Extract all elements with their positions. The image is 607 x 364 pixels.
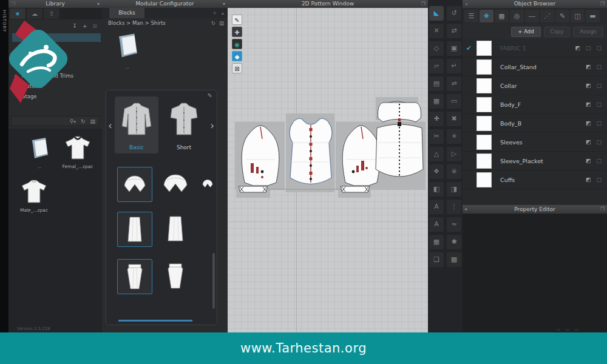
download-icon[interactable]: ↧ [72, 23, 77, 29]
object-browser-tab-1[interactable]: ❖ [480, 10, 493, 22]
refresh-icon[interactable]: ↻ [81, 118, 86, 124]
edit-icon[interactable]: ✎ [208, 92, 212, 99]
object-row-sleeves[interactable]: Sleeves ◩ □ [463, 133, 607, 152]
pattern-window-header[interactable]: 2D Pattern Window ❐ [228, 0, 428, 8]
tool-button-15[interactable]: ✳ [447, 129, 461, 144]
check-icon[interactable]: ✔ [466, 44, 476, 52]
tool-button-19[interactable]: ※ [447, 164, 461, 179]
list-view-icon[interactable]: ▤ [90, 118, 95, 124]
tool-button-22[interactable]: A [429, 200, 444, 214]
fabric-layer-icon[interactable]: ◆ [232, 51, 242, 61]
pen-tool-icon[interactable]: ✎ [232, 15, 242, 25]
library-header[interactable]: ❐ Library ▾ [8, 0, 102, 8]
object-row-fabric1[interactable]: ✔ FABRIC 1 ◩ □ □ [463, 39, 607, 58]
pattern-piece-body-front[interactable] [290, 118, 332, 184]
globe-tool-icon[interactable]: ◉ [232, 39, 242, 49]
search-icon[interactable]: ⚲▾ [70, 118, 76, 124]
fabric-swatch[interactable] [476, 135, 492, 150]
detail-icon[interactable]: □ [596, 120, 602, 126]
detail-icon[interactable]: □ [596, 45, 602, 51]
tool-button-16[interactable]: △ [429, 147, 444, 161]
pattern-piece-cuff-right[interactable] [341, 186, 370, 192]
collapse-icon[interactable]: ▴ [222, 8, 224, 18]
tool-button-7[interactable]: ↵ [447, 59, 461, 73]
property-editor-header[interactable]: ◂ Property Editor ❐ [463, 205, 607, 214]
module-thumb-collar-partial[interactable] [201, 167, 214, 201]
collapse-icon[interactable]: ◂ [464, 205, 467, 214]
tab-blocks[interactable]: Blocks [109, 8, 144, 18]
fabric-icon[interactable]: ◩ [586, 83, 591, 89]
horizontal-scrollbar[interactable] [118, 320, 192, 322]
tool-button-5[interactable]: ▣ [447, 41, 461, 56]
float-panel-icon[interactable]: ❐ [11, 0, 15, 8]
tool-button-25[interactable]: ≈ [447, 217, 461, 232]
pattern-piece-body-back[interactable] [376, 103, 423, 177]
tool-button-9[interactable]: ⇌ [447, 76, 461, 91]
object-row-body-f[interactable]: Body_F ◩ □ [463, 95, 607, 114]
tool-button-3[interactable]: ⇄ [447, 24, 461, 38]
fabric-swatch[interactable] [476, 59, 492, 75]
pin-icon[interactable]: ▾ [97, 0, 100, 8]
style-card-short[interactable]: Short [162, 96, 206, 153]
configurator-folder-up[interactable] [113, 32, 142, 61]
website-banner[interactable]: www.Tarhestan.org [0, 332, 607, 364]
object-browser-tab-0[interactable]: ☰ [464, 10, 478, 22]
tool-button-8[interactable]: ▤ [429, 76, 444, 91]
tool-button-18[interactable]: ❖ [429, 164, 444, 179]
detail-icon[interactable]: □ [596, 177, 602, 183]
add-tab-icon[interactable]: + [212, 8, 217, 18]
object-browser-tab-8[interactable]: ▬ [586, 10, 600, 22]
assign-button[interactable]: Assign [573, 27, 603, 37]
fabric-swatch[interactable] [476, 172, 492, 187]
add-button[interactable]: + Add [511, 27, 540, 37]
module-thumb-body-selected[interactable] [117, 212, 152, 247]
library-folder-up[interactable] [27, 136, 52, 161]
tool-button-2[interactable]: ✕ [429, 24, 444, 38]
tool-button-23[interactable]: ⋮ [447, 200, 461, 214]
fabric-icon[interactable]: ◩ [586, 64, 591, 70]
pattern-piece-cuff-left[interactable] [239, 186, 268, 192]
detail-icon[interactable]: □ [596, 64, 602, 70]
tool-button-24[interactable]: A [429, 217, 444, 232]
prev-chevron-icon[interactable]: ‹ [108, 120, 112, 132]
object-browser-tab-5[interactable]: ⋰ [540, 10, 554, 22]
object-row-body-b[interactable]: Body_B ◩ □ [463, 114, 607, 133]
tool-button-10[interactable]: ▦ [429, 94, 444, 109]
tool-button-26[interactable]: ▦ [429, 235, 444, 249]
style-card-basic[interactable]: Basic [115, 96, 158, 153]
object-browser-tab-7[interactable]: ◫ [571, 10, 585, 22]
tool-button-13[interactable]: ✖ [447, 112, 461, 126]
vertical-scrollbar[interactable] [212, 253, 215, 309]
object-browser-tab-4[interactable]: ― [525, 10, 539, 22]
tool-button-28[interactable]: ❑ [429, 252, 444, 267]
tool-button-29[interactable]: ▩ [447, 252, 461, 267]
fabric-swatch[interactable] [476, 97, 492, 112]
module-thumb-body[interactable] [158, 212, 192, 246]
fabric-icon[interactable]: ◩ [586, 120, 591, 126]
module-thumb-sleeve[interactable] [158, 259, 192, 293]
detail-icon[interactable]: □ [586, 45, 591, 51]
object-row-cuffs[interactable]: Cuffs ◩ □ [463, 170, 607, 189]
tool-button-14[interactable]: ✂ [429, 129, 444, 144]
fabric-swatch[interactable] [476, 153, 492, 169]
library-item-male-shirt[interactable] [19, 177, 49, 206]
object-row-sleeve-placket[interactable]: Sleeve_Placket ◩ □ [463, 152, 607, 170]
object-row-collar[interactable]: Collar ◩ □ [463, 76, 607, 95]
copy-button[interactable]: Copy [544, 27, 571, 37]
fabric-swatch[interactable] [476, 41, 492, 56]
object-row-collar-stand[interactable]: Collar_Stand ◩ □ [463, 58, 607, 76]
library-item-female-shirt[interactable] [63, 133, 92, 163]
lock-tool-icon[interactable]: ⊠ [232, 63, 242, 73]
float-panel-icon[interactable]: ❐ [600, 205, 605, 214]
add-icon[interactable]: + [83, 23, 87, 29]
module-thumb-collar-selected[interactable] [117, 167, 152, 202]
tool-button-11[interactable]: ▭ [447, 94, 461, 109]
next-chevron-icon[interactable]: › [210, 120, 214, 132]
tool-button-1[interactable]: ↺ [447, 6, 461, 21]
tool-button-12[interactable]: ✚ [429, 112, 444, 126]
fabric-icon[interactable]: ◩ [586, 139, 591, 145]
pin-tool-icon[interactable]: ✚ [232, 27, 242, 37]
list-view-icon[interactable]: ▤ [219, 19, 224, 28]
object-browser-tab-2[interactable]: ▦ [495, 10, 509, 22]
collapse-icon[interactable]: ◂ [465, 0, 467, 8]
